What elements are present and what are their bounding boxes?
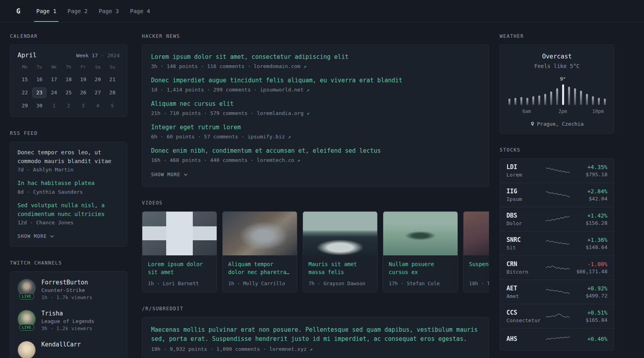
hn-show-more-button[interactable]: SHOW MORE: [151, 170, 188, 181]
twitch-channel-row[interactable]: LIVE ForrestBurton Counter-Strike 1h · 1…: [17, 279, 120, 300]
hn-item-stats: 6h · 60 points · 57 comments ·: [151, 134, 244, 140]
calendar-section: CALENDAR April Week 17 · 2024 Mo Tu We T…: [10, 33, 127, 117]
live-badge: LIVE: [19, 293, 34, 300]
tab-page-4[interactable]: Page 4: [124, 0, 156, 22]
weather-bar: [580, 91, 582, 105]
hn-item-meta: 1d · 1,414 points · 299 comments · ipsum…: [151, 87, 480, 93]
external-link-icon: ↗: [297, 158, 300, 163]
stock-change: +2.84%: [571, 188, 607, 195]
hn-item-domain-link[interactable]: loremlandia.org: [257, 110, 303, 116]
stock-row[interactable]: DBSDolor +1.42%$156.28: [500, 207, 614, 231]
channel-name[interactable]: ForrestBurton: [41, 279, 92, 286]
video-thumbnail[interactable]: [464, 212, 489, 255]
stock-row[interactable]: AETAmet +0.92%$499.72: [500, 280, 614, 304]
show-more-label: SHOW MORE: [151, 172, 180, 177]
right-column: WEATHER Overcast Feels like 5°C 9° 6am 2…: [500, 33, 614, 358]
video-card[interactable]: Mauris sit amet massa felis 7h · Grayson…: [303, 211, 378, 292]
hn-item-title[interactable]: Lorem ipsum dolor sit amet, consectetur …: [151, 53, 480, 61]
hn-item-title[interactable]: Integer eget rutrum lorem: [151, 123, 480, 132]
app-logo[interactable]: G: [16, 0, 20, 22]
rss-item-meta: 7d · Ashlyn Martin: [17, 167, 120, 173]
video-meta: 17h · Stefan Cole: [389, 280, 452, 286]
hn-item-domain-link[interactable]: loremtech.co: [257, 157, 294, 163]
external-link-icon: ↗: [306, 111, 309, 116]
rss-item: In hac habitasse platea 8d · Cynthia Sau…: [17, 179, 120, 195]
hn-item-domain-link[interactable]: loremdomain.com: [254, 63, 300, 69]
calendar-day: 27: [91, 88, 105, 98]
location-pin-icon: [530, 121, 535, 126]
stock-row[interactable]: CCSConsectetur +0.51%$165.84: [500, 304, 614, 328]
rss-show-more-button[interactable]: SHOW MORE: [17, 232, 54, 243]
stock-sparkline: [545, 262, 571, 274]
hn-item-title[interactable]: Aliquam nec cursus elit: [151, 100, 480, 108]
stocks-section: STOCKS LDILorem +4.35%$795.18 IIGIpsum +…: [500, 147, 614, 350]
hn-item-stats: 16h · 468 points · 440 comments ·: [151, 157, 254, 163]
stock-name: Dolor: [506, 220, 545, 226]
rss-item-meta: 12d · Chance Jones: [17, 220, 120, 226]
calendar-day: 16: [32, 74, 47, 85]
stock-row[interactable]: CRNBitcorn -1.00%$66,171.48: [500, 255, 614, 280]
video-title[interactable]: Aliquam tempor dolor nec pharetra…: [228, 260, 291, 276]
hn-item-title[interactable]: Donec enim nibh, condimentum et accumsan…: [151, 147, 480, 155]
hn-item-title[interactable]: Donec imperdiet augue tincidunt felis al…: [151, 76, 480, 85]
calendar-weekday: Mo: [17, 64, 32, 72]
videos-section-label: VIDEOS: [142, 200, 489, 206]
weather-bar: [538, 95, 540, 105]
weather-section: WEATHER Overcast Feels like 5°C 9° 6am 2…: [500, 33, 614, 134]
post-title[interactable]: Maecenas mollis pulvinar erat non posuer…: [151, 325, 480, 344]
video-body: Lorem ipsum dolor sit amet consectetu… 1…: [142, 255, 217, 292]
chevron-down-icon: [50, 235, 54, 237]
video-thumbnail[interactable]: [223, 212, 297, 255]
video-title[interactable]: Lorem ipsum dolor sit amet consectetu…: [148, 260, 211, 276]
rss-item-title[interactable]: Donec tempor eros leo, ut commodo mauris…: [17, 148, 120, 165]
calendar-day: 4: [91, 101, 105, 111]
videos-section: VIDEOS Lorem ipsum dolor sit amet consec…: [142, 200, 489, 292]
channel-name[interactable]: KendallCarr: [41, 341, 81, 348]
rss-item: Sed volutpat nulla nisl, a condimentum n…: [17, 201, 120, 226]
page-tabs: Page 1 Page 2 Page 3 Page 4: [31, 0, 155, 22]
video-card[interactable]: Lorem ipsum dolor sit amet consectetu… 1…: [142, 211, 217, 292]
post-domain-link[interactable]: loremnet.xyz: [269, 346, 306, 352]
middle-column: HACKER NEWS Lorem ipsum dolor sit amet, …: [142, 33, 489, 358]
tab-page-1[interactable]: Page 1: [31, 0, 62, 22]
video-title[interactable]: Nullam posuere cursus ex: [389, 260, 452, 276]
stock-row[interactable]: SNRCSit +1.36%$148.64: [500, 231, 614, 255]
hn-item-domain-link[interactable]: ipsumworld.net: [260, 87, 304, 93]
stock-row[interactable]: IIGIpsum +2.84%$42.04: [500, 183, 614, 207]
weather-peak-temp-label: 9°: [560, 76, 566, 82]
video-card[interactable]: Nullam posuere cursus ex 17h · Stefan Co…: [383, 211, 458, 292]
subreddit-section-label: /R/SUBREDDIT: [142, 306, 489, 311]
video-thumbnail[interactable]: [142, 212, 217, 255]
calendar-day: 2: [61, 101, 76, 111]
video-thumbnail[interactable]: [303, 212, 377, 255]
stock-row[interactable]: LDILorem +4.35%$795.18: [500, 159, 614, 183]
video-body: Mauris sit amet massa felis 7h · Grayson…: [303, 255, 377, 292]
hn-item-domain-link[interactable]: ipsumify.biz: [248, 134, 285, 140]
video-card[interactable]: Suspendisse diam 18h · Tara: [463, 211, 489, 292]
stock-row[interactable]: AHS +0.46%: [500, 328, 614, 350]
video-title[interactable]: Suspendisse diam: [469, 260, 489, 276]
weather-bar: [586, 94, 588, 105]
twitch-channel-row[interactable]: KendallCarr: [17, 341, 120, 358]
video-card[interactable]: Aliquam tempor dolor nec pharetra… 1h · …: [222, 211, 297, 292]
stock-price: $42.04: [571, 196, 607, 202]
calendar-weekday: Fr: [76, 64, 91, 72]
tab-page-3[interactable]: Page 3: [93, 0, 124, 22]
rss-item-title[interactable]: In hac habitasse platea: [17, 179, 120, 188]
rss-item-title[interactable]: Sed volutpat nulla nisl, a condimentum n…: [17, 201, 120, 218]
stock-symbol: SNRC: [506, 236, 545, 243]
video-thumbnail[interactable]: [383, 212, 458, 255]
weather-bar: [604, 99, 606, 105]
twitch-channel-row[interactable]: LIVE Trisha League of Legends 3h · 1.2k …: [17, 310, 120, 331]
subreddit-post: Maecenas mollis pulvinar erat non posuer…: [151, 325, 480, 352]
calendar-day: 1: [47, 101, 61, 111]
stock-sparkline: [545, 310, 571, 322]
external-link-icon: ↗: [306, 87, 309, 93]
calendar-month: April: [17, 51, 37, 59]
channel-name[interactable]: Trisha: [41, 310, 94, 317]
rss-item-meta: 8d · Cynthia Saunders: [17, 189, 120, 195]
tab-page-2[interactable]: Page 2: [62, 0, 93, 22]
weather-bar: [532, 96, 534, 105]
channel-info: ForrestBurton Counter-Strike 1h · 1.7k v…: [41, 279, 92, 300]
video-title[interactable]: Mauris sit amet massa felis: [308, 260, 372, 276]
